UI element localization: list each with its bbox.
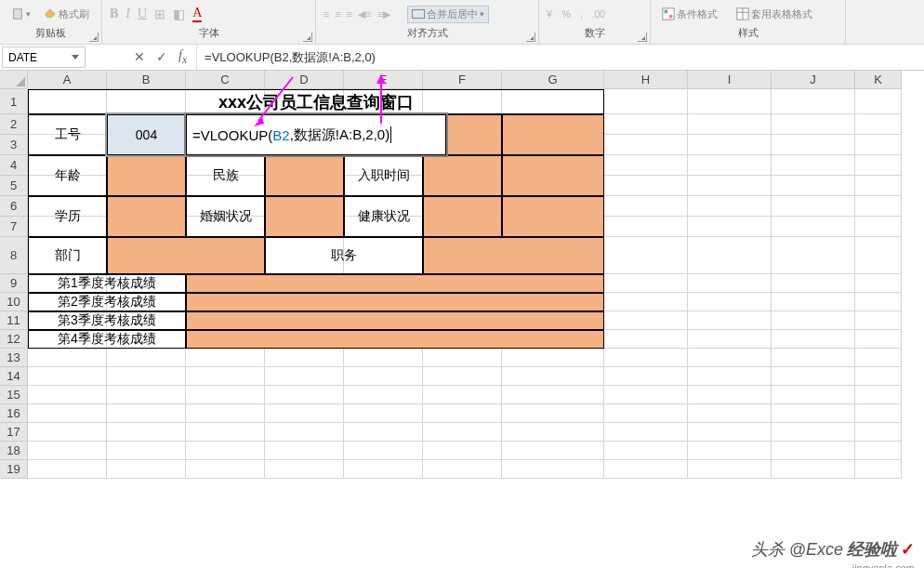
label-hire-date[interactable]: 入职时间 xyxy=(344,155,423,196)
cell[interactable] xyxy=(604,330,688,349)
formula-input[interactable]: =VLOOKUP(B2,数据源!A:B,2,0) xyxy=(197,45,924,70)
label-q1-score[interactable]: 第1季度考核成绩 xyxy=(28,274,186,293)
cell[interactable] xyxy=(186,442,265,460)
cell[interactable] xyxy=(604,293,688,311)
cell[interactable] xyxy=(855,217,902,237)
row-header-4[interactable]: 4 xyxy=(0,155,28,176)
label-education[interactable]: 学历 xyxy=(28,196,107,237)
align-center-button[interactable]: ≡ xyxy=(335,8,340,20)
row-header-12[interactable]: 12 xyxy=(0,330,28,349)
cell[interactable] xyxy=(688,293,772,311)
cell[interactable] xyxy=(186,386,265,404)
cell[interactable] xyxy=(28,367,107,386)
cell[interactable] xyxy=(186,404,265,423)
cell[interactable] xyxy=(688,114,772,135)
cell[interactable] xyxy=(423,367,502,386)
cell[interactable] xyxy=(604,89,688,114)
cell[interactable] xyxy=(772,367,855,386)
cell[interactable] xyxy=(855,155,902,176)
label-employee-id[interactable]: 工号 xyxy=(28,114,107,155)
cell[interactable] xyxy=(107,460,186,479)
align-launcher[interactable] xyxy=(526,33,535,42)
cell[interactable] xyxy=(502,367,604,386)
cell[interactable] xyxy=(772,176,855,196)
label-ethnicity[interactable]: 民族 xyxy=(186,155,265,196)
cell[interactable] xyxy=(28,423,107,442)
cell[interactable] xyxy=(855,89,902,114)
cell[interactable] xyxy=(772,135,855,155)
spreadsheet-grid[interactable]: ABCDEFGHIJK 1234567891011121314151617181… xyxy=(0,71,924,568)
name-box-dropdown-icon[interactable] xyxy=(72,55,79,59)
row-header-9[interactable]: 9 xyxy=(0,274,28,293)
cell[interactable] xyxy=(772,196,855,217)
column-header-F[interactable]: F xyxy=(423,71,502,89)
underline-button[interactable]: U xyxy=(138,7,147,21)
cell[interactable] xyxy=(688,330,772,349)
row-header-6[interactable]: 6 xyxy=(0,196,28,217)
cell[interactable] xyxy=(772,293,855,311)
label-age[interactable]: 年龄 xyxy=(28,155,107,196)
label-q4-score[interactable]: 第4季度考核成绩 xyxy=(28,330,186,349)
column-header-C[interactable]: C xyxy=(186,71,265,89)
cell[interactable] xyxy=(688,274,772,293)
cell[interactable] xyxy=(688,217,772,237)
label-q3-score[interactable]: 第3季度考核成绩 xyxy=(28,311,186,330)
conditional-format-button[interactable]: 条件格式 xyxy=(658,6,721,23)
cell[interactable] xyxy=(107,367,186,386)
title-cell[interactable]: xxx公司员工信息查询窗口 xyxy=(28,89,604,114)
cell[interactable] xyxy=(28,386,107,404)
cell-f8[interactable] xyxy=(423,237,604,274)
cell[interactable] xyxy=(604,114,688,135)
name-box[interactable]: DATE xyxy=(2,46,86,68)
cell[interactable] xyxy=(855,237,902,274)
row-header-3[interactable]: 3 xyxy=(0,135,28,155)
label-position[interactable]: 职务 xyxy=(265,237,423,274)
cell[interactable] xyxy=(772,274,855,293)
cell[interactable] xyxy=(265,423,344,442)
bold-button[interactable]: B xyxy=(110,7,118,21)
cell[interactable] xyxy=(502,349,604,367)
cell[interactable] xyxy=(604,217,688,237)
cell[interactable] xyxy=(423,423,502,442)
cell-f6[interactable] xyxy=(423,196,502,237)
column-header-J[interactable]: J xyxy=(772,71,855,89)
cell[interactable] xyxy=(688,237,772,274)
cell[interactable] xyxy=(772,217,855,237)
cell-g6[interactable] xyxy=(502,196,604,237)
cell-f4[interactable] xyxy=(423,155,502,196)
cell-q4-value[interactable] xyxy=(186,330,604,349)
currency-button[interactable]: ¥ xyxy=(547,8,552,20)
cell[interactable] xyxy=(604,404,688,423)
cell[interactable] xyxy=(855,114,902,135)
column-header-K[interactable]: K xyxy=(855,71,902,89)
row-header-14[interactable]: 14 xyxy=(0,367,28,386)
cell[interactable] xyxy=(772,155,855,176)
cell[interactable] xyxy=(855,274,902,293)
cell[interactable] xyxy=(604,349,688,367)
cell[interactable] xyxy=(604,311,688,330)
cell-d6[interactable] xyxy=(265,196,344,237)
cell[interactable] xyxy=(855,460,902,479)
cell[interactable] xyxy=(855,423,902,442)
cell[interactable] xyxy=(688,135,772,155)
cell[interactable] xyxy=(107,442,186,460)
cell[interactable] xyxy=(107,404,186,423)
cell-b2-employee-id-value[interactable]: 004 xyxy=(107,114,186,155)
table-format-button[interactable]: 套用表格格式 xyxy=(733,6,816,23)
cell-b4[interactable] xyxy=(107,155,186,196)
cell[interactable] xyxy=(688,89,772,114)
cell[interactable] xyxy=(688,423,772,442)
cell[interactable] xyxy=(344,460,423,479)
cell[interactable] xyxy=(604,135,688,155)
cell[interactable] xyxy=(344,442,423,460)
cell[interactable] xyxy=(502,442,604,460)
indent-decrease-button[interactable]: ◀≡ xyxy=(358,8,371,20)
row-header-15[interactable]: 15 xyxy=(0,386,28,404)
cell[interactable] xyxy=(265,460,344,479)
row-header-10[interactable]: 10 xyxy=(0,293,28,311)
cell[interactable] xyxy=(502,386,604,404)
cell[interactable] xyxy=(186,349,265,367)
cell[interactable] xyxy=(772,311,855,330)
cell[interactable] xyxy=(502,423,604,442)
cell[interactable] xyxy=(772,89,855,114)
